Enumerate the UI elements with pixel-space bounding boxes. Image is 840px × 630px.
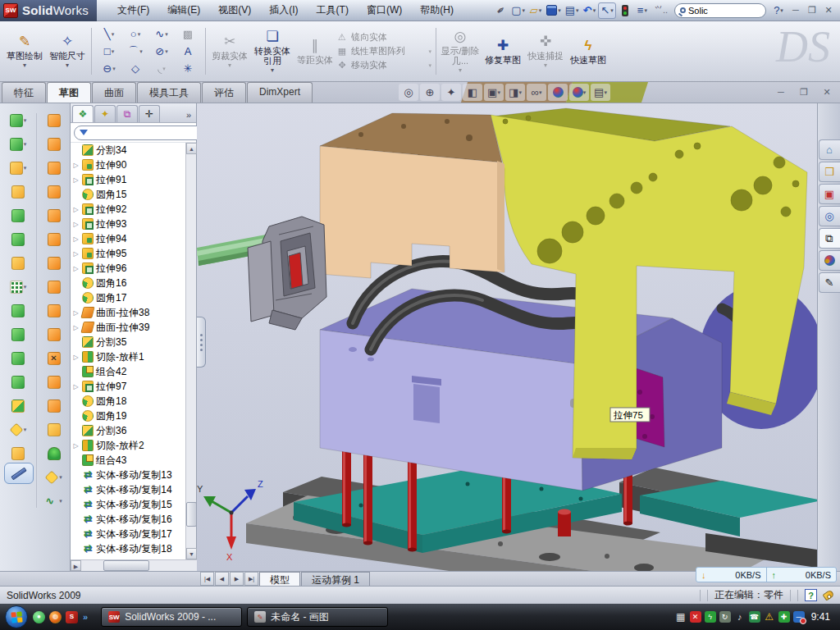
tree-item[interactable]: 拉伸95: [71, 246, 186, 261]
expand-arrow-icon[interactable]: [72, 191, 80, 199]
revolved-boss-tool[interactable]: [11, 208, 25, 222]
rapid-sketch-button[interactable]: ϟ快速草图: [567, 28, 609, 75]
tree-item[interactable]: 实体-移动/复制16: [71, 512, 186, 527]
doc-close-button[interactable]: ✕: [819, 85, 835, 98]
view-orientation-button[interactable]: ▣: [484, 84, 504, 101]
expand-arrow-icon[interactable]: [72, 472, 80, 479]
first-tab-button[interactable]: |◀: [200, 572, 214, 586]
trim-entities-button[interactable]: ✂剪裁实体: [208, 28, 251, 75]
expand-arrow-icon[interactable]: [72, 516, 80, 523]
pin-menu-button[interactable]: ✒: [492, 2, 509, 19]
repair-sketch-button[interactable]: ✚修复草图: [482, 28, 524, 75]
mirror-entities-button[interactable]: ⚠镜向实体: [336, 31, 433, 43]
apply-scene-button[interactable]: ●: [569, 84, 589, 101]
expand-arrow-icon[interactable]: [72, 280, 80, 287]
menu-item[interactable]: 帮助(H): [411, 0, 463, 21]
expand-arrow-icon[interactable]: [72, 427, 80, 435]
scrollbar-thumb[interactable]: [186, 502, 197, 527]
delete-face-tool[interactable]: [48, 351, 61, 365]
revolved-surface-tool[interactable]: [48, 137, 61, 151]
fillet-tool[interactable]: [10, 161, 27, 175]
rectangle-tool[interactable]: □: [96, 43, 122, 60]
circle-tool[interactable]: ○: [122, 25, 148, 43]
custom-properties-tab[interactable]: ✎: [819, 272, 840, 293]
menu-item[interactable]: 工具(T): [308, 0, 358, 21]
extruded-boss-tool[interactable]: [10, 113, 27, 127]
tree-item[interactable]: 实体-移动/复制18: [71, 541, 186, 556]
featuremanager-tree-tab[interactable]: ❖: [72, 105, 94, 122]
scroll-right-icon[interactable]: ▶: [71, 560, 81, 571]
propertymanager-tab[interactable]: ✦: [94, 105, 116, 122]
search-input[interactable]: [688, 6, 746, 16]
view-palette-tab[interactable]: ⧉: [819, 228, 840, 249]
menu-item[interactable]: 编辑(E): [158, 0, 209, 21]
expand-arrow-icon[interactable]: [72, 354, 80, 361]
quick-launch-overflow-icon[interactable]: »: [83, 612, 88, 622]
tab-mold-tools[interactable]: 模具工具: [137, 82, 201, 103]
task-paint[interactable]: ✎ 未命名 - 画图: [247, 607, 388, 627]
mirror-tool[interactable]: [11, 304, 25, 317]
restore-button[interactable]: ❐: [804, 3, 820, 17]
tree-item[interactable]: 实体-移动/复制17: [71, 527, 186, 541]
tree-item[interactable]: 圆角17: [71, 290, 186, 305]
edit-appearance-button[interactable]: ●: [548, 84, 568, 101]
scroll-up-icon[interactable]: ▲: [186, 143, 197, 154]
tree-item[interactable]: 切除-放样1: [71, 349, 186, 364]
tree-item[interactable]: 组合43: [71, 453, 186, 468]
motion-study-tab[interactable]: 运动算例 1: [301, 572, 370, 586]
expand-arrow-icon[interactable]: [72, 294, 80, 302]
expand-arrow-icon[interactable]: [72, 176, 80, 184]
options-button[interactable]: ≡: [634, 2, 651, 19]
configurationmanager-tab[interactable]: ⧉: [116, 105, 138, 122]
polygon-tool[interactable]: ◇: [122, 60, 148, 77]
close-button[interactable]: ✕: [820, 3, 837, 17]
part-stop-pin[interactable]: [558, 509, 571, 537]
messenger-launcher[interactable]: ●: [33, 611, 45, 623]
start-button[interactable]: [5, 605, 28, 628]
display-style-button[interactable]: ◨: [505, 84, 525, 101]
tree-item[interactable]: 圆角16: [71, 276, 186, 290]
tree-item[interactable]: 分割36: [71, 423, 186, 438]
minimize-button[interactable]: ─: [788, 3, 804, 17]
tree-item[interactable]: 实体-移动/复制13: [71, 468, 186, 482]
network-warning-icon[interactable]: ⚠: [764, 611, 775, 623]
section-view-button[interactable]: ◧: [463, 84, 482, 101]
zoom-to-fit-button[interactable]: ◎: [399, 84, 418, 101]
dome-tool[interactable]: [48, 446, 61, 460]
shell-tool[interactable]: [11, 351, 25, 365]
expand-arrow-icon[interactable]: [72, 501, 80, 509]
antivirus-icon[interactable]: ϟ: [705, 611, 716, 623]
hide-show-items-button[interactable]: ∞: [527, 84, 546, 101]
new-file-button[interactable]: ▢: [509, 2, 527, 19]
hole-wizard-tool[interactable]: [11, 256, 25, 270]
tab-sketch[interactable]: 草图: [47, 82, 91, 103]
sync-icon[interactable]: ─: [793, 611, 805, 623]
expand-arrow-icon[interactable]: [72, 486, 80, 494]
offset-surface-tool[interactable]: [48, 280, 61, 294]
arc-tool[interactable]: ⌒: [122, 43, 148, 60]
expand-arrow-icon[interactable]: [72, 398, 80, 405]
line-tool[interactable]: ╲: [96, 25, 122, 43]
tree-horizontal-scrollbar[interactable]: ◀ ▶: [71, 559, 197, 571]
tree-item[interactable]: 曲面-拉伸39: [71, 320, 186, 335]
tag-icon[interactable]: [823, 589, 835, 600]
tree-item[interactable]: 实体-移动/复制14: [71, 482, 186, 497]
tree-item[interactable]: 曲面-拉伸38: [71, 305, 186, 320]
display-delete-relations-button[interactable]: ◎显示/删除几...: [439, 28, 482, 75]
planar-surface-tool[interactable]: [48, 256, 61, 270]
quick-tips-icon[interactable]: ?: [805, 589, 817, 601]
spline-surface-tool[interactable]: [45, 494, 62, 508]
shaded-contour-tool[interactable]: ▩: [175, 25, 201, 43]
tree-filter-input[interactable]: [91, 128, 208, 138]
zoom-to-selection-button[interactable]: ✦: [441, 84, 461, 101]
expand-arrow-icon[interactable]: [72, 531, 80, 538]
move-copy-bodies-tool[interactable]: [11, 399, 25, 413]
safety-launcher[interactable]: ◍: [49, 611, 62, 623]
tab-features[interactable]: 特征: [2, 82, 46, 103]
expand-arrow-icon[interactable]: [72, 265, 80, 272]
save-button[interactable]: ▦: [545, 2, 563, 19]
fillet-surface-tool[interactable]: [48, 422, 61, 436]
part-ejector-clamp[interactable]: [248, 217, 326, 330]
menu-item[interactable]: 视图(V): [209, 0, 260, 21]
open-file-button[interactable]: ▱: [527, 2, 544, 19]
